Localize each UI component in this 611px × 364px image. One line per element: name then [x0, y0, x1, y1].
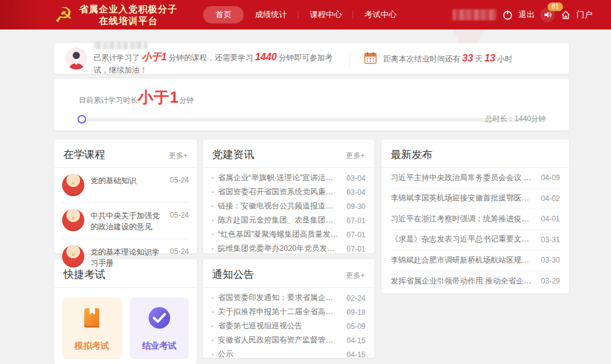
- party-news-more-link[interactable]: 更多+: [346, 151, 365, 161]
- progress-track: [79, 118, 546, 122]
- final-exam-label: 结业考试: [142, 341, 177, 352]
- study-minutes-value: 小于1: [140, 52, 169, 62]
- course-title: 党的基础知识: [90, 174, 164, 186]
- courses-card: 在学课程 更多+ 党的基础知识 05-24 中共中央关于加强党的政治建设的意见 …: [54, 140, 197, 253]
- news-item[interactable]: 皖维集团党委举办2020年党员发展对象培训班...07-01: [212, 242, 365, 256]
- notification-badge: 81: [548, 2, 563, 11]
- news-title: 皖维集团党委举办2020年党员发展对象培训班...: [218, 243, 340, 254]
- bullet-dot: [212, 234, 214, 235]
- final-exam-button[interactable]: 结业考试: [130, 298, 190, 359]
- notice-title: 安徽省人民政府国有资产监督管理委员会网站...: [218, 335, 340, 346]
- notice-title: 关于拟推荐申报第十二届全省高技能人才评选...: [218, 307, 340, 317]
- book-icon: [79, 305, 105, 333]
- notices-more-link[interactable]: 更多+: [346, 271, 365, 281]
- latest-item[interactable]: 李锦斌赴合肥市调研新桥机场航站区规划建设...03-30: [391, 250, 560, 271]
- news-title: 链接：安徽电视台公共频道报道徽商职业学院...: [218, 201, 340, 212]
- deadline-hours-unit: 小时: [497, 55, 513, 63]
- latest-list: 习近平主持中央政治局常务委员会会议 分析国...04-09 李锦斌李国英机场迎接…: [381, 168, 569, 291]
- latest-item-title: 李锦斌李国英机场迎接安徽首批援鄂医疗队凯...: [391, 193, 535, 204]
- notice-item[interactable]: 省国资委印发通知：要求省属企业认真贯彻落...02-24: [212, 291, 365, 305]
- course-item[interactable]: 党的基础知识 05-24: [62, 168, 189, 203]
- header-user-area: 退出 81 门户: [452, 7, 593, 22]
- announcement-speaker-icon[interactable]: 81: [540, 7, 555, 22]
- study-progress-card: 目前累计学习时长小于1分钟 总时长：1440分钟: [54, 79, 569, 130]
- latest-item-title: 习近平在浙江考察时强调：统筹推进疫情防控...: [391, 214, 535, 224]
- nav-exam-center[interactable]: 考试中心: [353, 6, 407, 23]
- bullet-dot: [212, 248, 214, 250]
- notice-item[interactable]: 关于拟推荐申报第十二届全省高技能人才评选...09-18: [212, 305, 365, 319]
- course-thumbnail: [62, 174, 84, 196]
- top-header: ☭ 省属企业入党积极分子 在线培训平台 首页 成绩统计 课程中心 考试中心 退出…: [0, 0, 611, 30]
- home-icon[interactable]: [561, 10, 571, 20]
- course-thumbnail: [62, 209, 84, 231]
- latest-item-title: 李锦斌赴合肥市调研新桥机场航站区规划建设...: [391, 255, 535, 266]
- news-item[interactable]: 链接：安徽电视台公共频道报道徽商职业学院...09-30: [212, 199, 365, 213]
- news-title: 陈方赴国元金控集团、农垦集团调研督导: [218, 215, 340, 226]
- deadline-sentence: 距离本次结业时间还有33天13小时: [383, 53, 513, 65]
- total-duration-label: 总时长：1440分钟: [485, 114, 546, 124]
- news-item[interactable]: 省国资委召开省国资系统党风廉政建设和反腐...03-04: [212, 185, 365, 199]
- course-date: 05-24: [170, 174, 189, 184]
- mock-exam-button[interactable]: 模拟考试: [62, 298, 122, 359]
- notice-date: 05-09: [346, 322, 365, 331]
- bullet-dot: [212, 177, 214, 179]
- news-date: 07-01: [346, 231, 365, 239]
- latest-item[interactable]: 习近平主持中央政治局常务委员会会议 分析国...04-09: [391, 168, 560, 189]
- course-date: 05-24: [170, 209, 189, 220]
- deadline-days-unit: 天: [475, 55, 483, 63]
- news-title: “红色基因”凝聚海螺集团高质量发展磅礴力...: [218, 229, 340, 240]
- nav-score-stats[interactable]: 成绩统计: [244, 6, 298, 23]
- courses-more-link[interactable]: 更多+: [169, 151, 188, 161]
- latest-item-title: 发挥省属企业引领带动作用 推动全省企业尽快...: [391, 276, 535, 287]
- site-title-line2: 在线培训平台: [79, 15, 177, 27]
- latest-item-date: 03-29: [541, 277, 560, 285]
- latest-item[interactable]: 李锦斌李国英机场迎接安徽首批援鄂医疗队凯...04-02: [391, 189, 560, 210]
- notice-title: 省国资委印发通知：要求省属企业认真贯彻落...: [218, 293, 340, 303]
- notices-list: 省国资委印发通知：要求省属企业认真贯彻落...02-24 关于拟推荐申报第十二届…: [203, 288, 374, 364]
- logout-button[interactable]: 退出: [519, 9, 535, 20]
- notice-item[interactable]: 公示04-15: [212, 347, 365, 362]
- notice-date: 09-18: [346, 308, 365, 317]
- nav-home[interactable]: 首页: [203, 6, 244, 23]
- course-item[interactable]: 中共中央关于加强党的政治建设的意见 05-24: [62, 203, 189, 239]
- news-item[interactable]: 陈方赴国元金控集团、农垦集团调研督导07-01: [212, 213, 365, 228]
- quick-exam-card: 快捷考试 模拟考试 结业考试: [54, 259, 197, 364]
- progress-value: 小于1: [138, 89, 179, 106]
- latest-item-date: 03-30: [541, 256, 560, 264]
- notices-card: 通知公告 更多+ 省国资委印发通知：要求省属企业认真贯彻落...02-24 关于…: [203, 259, 374, 358]
- party-emblem-icon: ☭: [54, 4, 73, 25]
- notice-title: 省委第七巡视组巡视公告: [218, 321, 340, 331]
- party-news-card: 党建资讯 更多+ 省属企业“举旗帜·送理论”宣讲活动走进华安...03-04 省…: [203, 140, 374, 253]
- notice-date: 02-24: [346, 294, 365, 303]
- notice-date: 04-15: [346, 350, 365, 359]
- progress-handle[interactable]: [78, 115, 86, 124]
- bullet-dot: [212, 191, 214, 193]
- course-thumbnail: [62, 245, 84, 267]
- study-prefix: 已累计学习了: [94, 53, 140, 62]
- study-remaining-value: 1440: [253, 52, 279, 62]
- latest-item[interactable]: 《求是》杂志发表习近平总书记重要文章《在...03-31: [391, 230, 560, 251]
- latest-item-date: 04-02: [541, 194, 560, 203]
- latest-item[interactable]: 发挥省属企业引领带动作用 推动全省企业尽快...03-29: [391, 271, 560, 292]
- summary-divider: [349, 50, 350, 67]
- course-title: 党的基本理论知识学习手册: [90, 245, 164, 269]
- party-news-title: 党建资讯: [212, 148, 254, 162]
- notices-title: 通知公告: [212, 267, 254, 282]
- news-item[interactable]: “红色基因”凝聚海螺集团高质量发展磅礴力...07-01: [212, 228, 365, 242]
- nav-course-center[interactable]: 课程中心: [298, 6, 353, 23]
- notice-item[interactable]: 安徽省人民政府国有资产监督管理委员会网站...04-15: [212, 333, 365, 347]
- check-circle-icon: [146, 305, 172, 333]
- deadline-days: 33: [460, 53, 475, 63]
- latest-item[interactable]: 习近平在浙江考察时强调：统筹推进疫情防控...04-01: [391, 209, 560, 230]
- portal-link[interactable]: 门户: [577, 9, 593, 20]
- news-date: 03-04: [346, 188, 365, 197]
- study-progress-sentence: 已累计学习了小于1分钟的课程，还需要学习1440分钟即可参加考试，继续加油！: [94, 50, 336, 76]
- party-news-list: 省属企业“举旗帜·送理论”宣讲活动走进华安...03-04 省国资委召开省国资系…: [203, 168, 374, 260]
- bullet-dot: [212, 311, 214, 313]
- deadline-area: 距离本次结业时间还有33天13小时: [364, 51, 513, 66]
- power-icon[interactable]: [502, 9, 513, 20]
- latest-item-date: 04-01: [541, 215, 560, 223]
- notice-item[interactable]: 省委第七巡视组巡视公告05-09: [212, 319, 365, 333]
- news-item[interactable]: 省属企业“举旗帜·送理论”宣讲活动走进华安...03-04: [212, 171, 365, 185]
- deadline-prefix: 距离本次结业时间还有: [383, 55, 460, 63]
